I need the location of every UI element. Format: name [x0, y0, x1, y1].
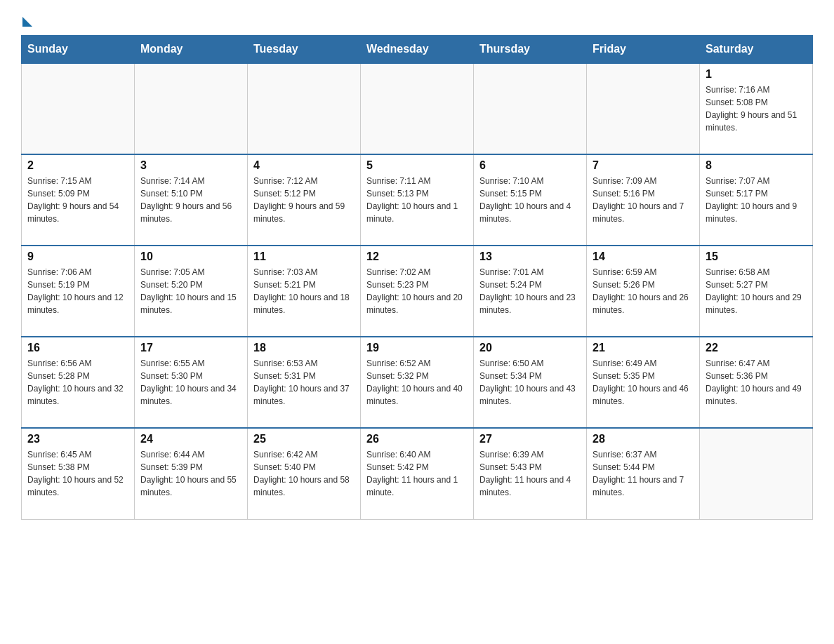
calendar-cell	[361, 63, 474, 154]
day-info: Sunrise: 6:47 AM Sunset: 5:36 PM Dayligh…	[706, 357, 807, 408]
day-info: Sunrise: 6:45 AM Sunset: 5:38 PM Dayligh…	[27, 448, 128, 499]
day-number: 26	[366, 433, 468, 445]
day-info: Sunrise: 7:15 AM Sunset: 5:09 PM Dayligh…	[27, 175, 128, 225]
calendar-cell: 26Sunrise: 6:40 AM Sunset: 5:42 PM Dayli…	[361, 428, 474, 519]
day-number: 10	[140, 250, 241, 263]
calendar-cell: 2Sunrise: 7:15 AM Sunset: 5:09 PM Daylig…	[22, 154, 135, 246]
day-number: 2	[27, 159, 128, 172]
logo-triangle-icon	[22, 17, 32, 27]
day-number: 11	[253, 250, 355, 263]
page-header	[21, 14, 813, 24]
day-info: Sunrise: 6:59 AM Sunset: 5:26 PM Dayligh…	[593, 266, 694, 316]
day-info: Sunrise: 7:12 AM Sunset: 5:12 PM Dayligh…	[253, 175, 355, 225]
day-info: Sunrise: 6:42 AM Sunset: 5:40 PM Dayligh…	[253, 448, 355, 499]
day-info: Sunrise: 7:05 AM Sunset: 5:20 PM Dayligh…	[140, 266, 241, 316]
calendar-cell	[700, 428, 813, 519]
day-info: Sunrise: 7:16 AM Sunset: 5:08 PM Dayligh…	[706, 83, 807, 134]
calendar-week-row: 23Sunrise: 6:45 AM Sunset: 5:38 PM Dayli…	[22, 428, 813, 519]
day-info: Sunrise: 6:53 AM Sunset: 5:31 PM Dayligh…	[253, 357, 355, 408]
day-number: 28	[593, 433, 694, 445]
day-info: Sunrise: 6:58 AM Sunset: 5:27 PM Dayligh…	[706, 266, 807, 316]
calendar-cell: 24Sunrise: 6:44 AM Sunset: 5:39 PM Dayli…	[135, 428, 248, 519]
calendar-cell	[135, 63, 248, 154]
day-info: Sunrise: 7:14 AM Sunset: 5:10 PM Dayligh…	[140, 175, 241, 225]
day-info: Sunrise: 6:56 AM Sunset: 5:28 PM Dayligh…	[27, 357, 128, 408]
day-number: 4	[253, 159, 355, 172]
calendar-week-row: 2Sunrise: 7:15 AM Sunset: 5:09 PM Daylig…	[22, 154, 813, 246]
calendar-cell: 1Sunrise: 7:16 AM Sunset: 5:08 PM Daylig…	[700, 63, 813, 154]
calendar-cell: 25Sunrise: 6:42 AM Sunset: 5:40 PM Dayli…	[248, 428, 361, 519]
day-info: Sunrise: 7:03 AM Sunset: 5:21 PM Dayligh…	[253, 266, 355, 316]
day-info: Sunrise: 6:44 AM Sunset: 5:39 PM Dayligh…	[140, 448, 241, 499]
day-info: Sunrise: 7:09 AM Sunset: 5:16 PM Dayligh…	[593, 175, 694, 225]
day-number: 13	[479, 250, 581, 263]
calendar-cell: 19Sunrise: 6:52 AM Sunset: 5:32 PM Dayli…	[361, 337, 474, 428]
day-number: 17	[140, 342, 241, 354]
day-of-week-header: Monday	[135, 36, 248, 64]
day-number: 23	[27, 433, 128, 445]
day-number: 12	[366, 250, 468, 263]
day-number: 14	[593, 250, 694, 263]
day-number: 21	[593, 342, 694, 354]
day-number: 15	[706, 250, 807, 263]
calendar-week-row: 1Sunrise: 7:16 AM Sunset: 5:08 PM Daylig…	[22, 63, 813, 154]
day-number: 20	[479, 342, 581, 354]
day-info: Sunrise: 7:06 AM Sunset: 5:19 PM Dayligh…	[27, 266, 128, 316]
calendar-cell: 9Sunrise: 7:06 AM Sunset: 5:19 PM Daylig…	[22, 246, 135, 337]
calendar-cell: 5Sunrise: 7:11 AM Sunset: 5:13 PM Daylig…	[361, 154, 474, 246]
day-info: Sunrise: 6:39 AM Sunset: 5:43 PM Dayligh…	[479, 448, 581, 499]
day-info: Sunrise: 6:49 AM Sunset: 5:35 PM Dayligh…	[593, 357, 694, 408]
day-info: Sunrise: 6:52 AM Sunset: 5:32 PM Dayligh…	[366, 357, 468, 408]
day-of-week-header: Sunday	[22, 36, 135, 64]
calendar-cell: 3Sunrise: 7:14 AM Sunset: 5:10 PM Daylig…	[135, 154, 248, 246]
calendar-cell: 16Sunrise: 6:56 AM Sunset: 5:28 PM Dayli…	[22, 337, 135, 428]
day-number: 24	[140, 433, 241, 445]
calendar-cell	[587, 63, 700, 154]
calendar-cell	[248, 63, 361, 154]
calendar-cell: 27Sunrise: 6:39 AM Sunset: 5:43 PM Dayli…	[474, 428, 587, 519]
day-number: 9	[27, 250, 128, 263]
calendar-cell: 14Sunrise: 6:59 AM Sunset: 5:26 PM Dayli…	[587, 246, 700, 337]
calendar-cell: 23Sunrise: 6:45 AM Sunset: 5:38 PM Dayli…	[22, 428, 135, 519]
calendar-cell	[22, 63, 135, 154]
logo	[21, 14, 32, 24]
day-of-week-header: Friday	[587, 36, 700, 64]
day-number: 18	[253, 342, 355, 354]
day-info: Sunrise: 7:10 AM Sunset: 5:15 PM Dayligh…	[479, 175, 581, 225]
calendar-table: SundayMondayTuesdayWednesdayThursdayFrid…	[21, 35, 813, 520]
calendar-cell: 12Sunrise: 7:02 AM Sunset: 5:23 PM Dayli…	[361, 246, 474, 337]
calendar-cell: 10Sunrise: 7:05 AM Sunset: 5:20 PM Dayli…	[135, 246, 248, 337]
day-number: 1	[706, 68, 807, 81]
calendar-cell: 11Sunrise: 7:03 AM Sunset: 5:21 PM Dayli…	[248, 246, 361, 337]
day-of-week-header: Tuesday	[248, 36, 361, 64]
calendar-cell: 18Sunrise: 6:53 AM Sunset: 5:31 PM Dayli…	[248, 337, 361, 428]
calendar-cell: 7Sunrise: 7:09 AM Sunset: 5:16 PM Daylig…	[587, 154, 700, 246]
calendar-week-row: 9Sunrise: 7:06 AM Sunset: 5:19 PM Daylig…	[22, 246, 813, 337]
calendar-cell: 22Sunrise: 6:47 AM Sunset: 5:36 PM Dayli…	[700, 337, 813, 428]
day-info: Sunrise: 6:55 AM Sunset: 5:30 PM Dayligh…	[140, 357, 241, 408]
day-number: 16	[27, 342, 128, 354]
day-number: 19	[366, 342, 468, 354]
day-number: 27	[479, 433, 581, 445]
calendar-cell: 13Sunrise: 7:01 AM Sunset: 5:24 PM Dayli…	[474, 246, 587, 337]
day-number: 25	[253, 433, 355, 445]
day-of-week-header: Saturday	[700, 36, 813, 64]
calendar-cell: 4Sunrise: 7:12 AM Sunset: 5:12 PM Daylig…	[248, 154, 361, 246]
day-info: Sunrise: 6:37 AM Sunset: 5:44 PM Dayligh…	[593, 448, 694, 499]
day-info: Sunrise: 6:50 AM Sunset: 5:34 PM Dayligh…	[479, 357, 581, 408]
calendar-header-row: SundayMondayTuesdayWednesdayThursdayFrid…	[22, 36, 813, 64]
day-info: Sunrise: 7:11 AM Sunset: 5:13 PM Dayligh…	[366, 175, 468, 225]
day-number: 8	[706, 159, 807, 172]
day-of-week-header: Thursday	[474, 36, 587, 64]
day-info: Sunrise: 7:07 AM Sunset: 5:17 PM Dayligh…	[706, 175, 807, 225]
calendar-cell: 20Sunrise: 6:50 AM Sunset: 5:34 PM Dayli…	[474, 337, 587, 428]
day-number: 5	[366, 159, 468, 172]
day-number: 3	[140, 159, 241, 172]
day-number: 22	[706, 342, 807, 354]
day-number: 7	[593, 159, 694, 172]
calendar-cell: 28Sunrise: 6:37 AM Sunset: 5:44 PM Dayli…	[587, 428, 700, 519]
calendar-cell: 15Sunrise: 6:58 AM Sunset: 5:27 PM Dayli…	[700, 246, 813, 337]
day-of-week-header: Wednesday	[361, 36, 474, 64]
day-number: 6	[479, 159, 581, 172]
calendar-cell: 6Sunrise: 7:10 AM Sunset: 5:15 PM Daylig…	[474, 154, 587, 246]
